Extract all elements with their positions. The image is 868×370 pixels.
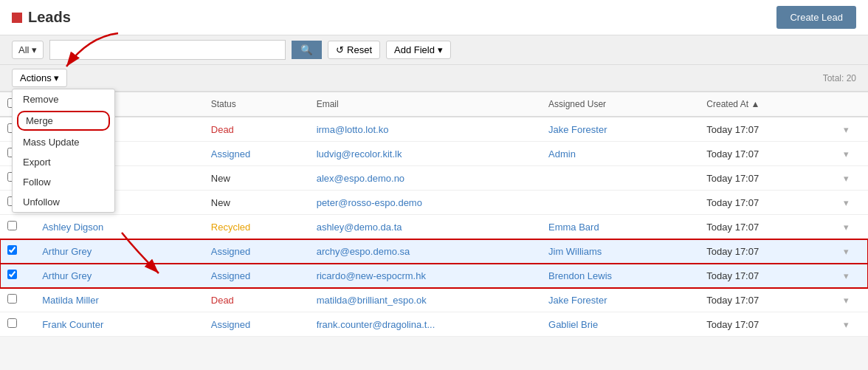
- chevron-down-icon[interactable]: ▾: [844, 148, 849, 160]
- menu-item-export[interactable]: Export: [13, 152, 114, 172]
- header-created-at[interactable]: Created At ▲: [699, 92, 836, 117]
- table-row: Ashley DigsonRecycledashley@demo.da.taEm…: [0, 215, 868, 239]
- row-user-link[interactable]: Gabliel Brie: [548, 319, 598, 330]
- row-email-link[interactable]: ashley@demo.da.ta: [317, 222, 402, 233]
- row-email-link[interactable]: ricardo@new-espocrm.hk: [317, 270, 426, 281]
- actions-dropdown-menu: Remove Merge Mass Update Export Follow U…: [12, 89, 115, 213]
- reset-button[interactable]: ↺ Reset: [328, 41, 380, 59]
- menu-item-unfollow[interactable]: Unfollow: [13, 192, 114, 212]
- status-badge: New: [211, 173, 230, 184]
- row-checkbox-cell: [0, 239, 35, 264]
- row-checkbox[interactable]: [7, 245, 17, 255]
- row-user-link[interactable]: Admin: [548, 148, 576, 160]
- row-name-link[interactable]: Ashley Digson: [42, 222, 103, 233]
- table-wrapper: Name Status Email Assigned User Created …: [0, 92, 868, 337]
- row-email: ashley@demo.da.ta: [309, 215, 541, 239]
- row-assigned-user: Emma Bard: [541, 215, 699, 239]
- header-expand: [836, 92, 868, 117]
- row-expand-cell: ▾: [836, 215, 868, 239]
- search-input[interactable]: [49, 40, 286, 60]
- chevron-down-icon[interactable]: ▾: [844, 222, 849, 233]
- row-expand-cell: ▾: [836, 239, 868, 264]
- row-status: Dead: [204, 117, 309, 142]
- chevron-down-icon[interactable]: ▾: [844, 295, 849, 306]
- row-name: Frank Counter: [35, 312, 204, 337]
- row-status: Dead: [204, 288, 309, 312]
- header-status[interactable]: Status: [204, 92, 309, 117]
- chevron-down-icon[interactable]: ▾: [844, 124, 849, 135]
- row-name-link[interactable]: Matilda Miller: [42, 295, 99, 306]
- menu-item-remove[interactable]: Remove: [13, 89, 114, 109]
- row-name-link[interactable]: Arthur Grey: [42, 246, 92, 257]
- row-checkbox[interactable]: [7, 318, 17, 328]
- row-expand-cell: ▾: [836, 264, 868, 288]
- actions-button[interactable]: Actions ▾: [12, 69, 67, 87]
- row-created-at: Today 17:07: [699, 191, 836, 215]
- row-checkbox[interactable]: [7, 294, 17, 304]
- page-title: Leads: [28, 9, 71, 26]
- leads-icon: [12, 13, 22, 23]
- chevron-down-icon[interactable]: ▾: [844, 246, 849, 257]
- row-assigned-user: [541, 191, 699, 215]
- row-checkbox-cell: [0, 288, 35, 312]
- row-user-link[interactable]: Brendon Lewis: [548, 270, 612, 281]
- row-name: Arthur Grey: [35, 264, 204, 288]
- actions-label: Actions ▾: [20, 72, 59, 83]
- menu-item-mass-update[interactable]: Mass Update: [13, 132, 114, 152]
- row-name-link[interactable]: Arthur Grey: [42, 270, 92, 281]
- add-field-button[interactable]: Add Field ▾: [386, 41, 451, 59]
- table-row: Arthur GreyAssignedricardo@new-espocrm.h…: [0, 264, 868, 288]
- table-header-row: Name Status Email Assigned User Created …: [0, 92, 868, 117]
- row-checkbox-cell: [0, 215, 35, 239]
- chevron-down-icon[interactable]: ▾: [844, 270, 849, 281]
- row-user-link[interactable]: Emma Bard: [548, 222, 599, 233]
- row-created-at: Today 17:07: [699, 288, 836, 312]
- page-title-section: Leads: [12, 9, 71, 26]
- create-lead-button[interactable]: Create Lead: [776, 6, 856, 29]
- row-expand-cell: ▾: [836, 288, 868, 312]
- row-email-link[interactable]: peter@rosso-espo.demo: [317, 197, 422, 208]
- row-email-link[interactable]: irma@lotto.lot.ko: [317, 124, 389, 135]
- row-email: ludvig@recolor.kit.lk: [309, 142, 541, 166]
- row-name-link[interactable]: Frank Counter: [42, 319, 103, 330]
- row-status: Assigned: [204, 312, 309, 337]
- menu-item-merge[interactable]: Merge: [17, 111, 110, 131]
- chevron-down-icon[interactable]: ▾: [844, 319, 849, 330]
- menu-item-follow[interactable]: Follow: [13, 172, 114, 192]
- row-email-link[interactable]: matilda@brilliant_espo.ok: [317, 295, 427, 306]
- row-email-link[interactable]: archy@espo.demo.sa: [317, 246, 410, 257]
- row-expand-cell: ▾: [836, 142, 868, 166]
- all-dropdown[interactable]: All ▾: [12, 41, 44, 59]
- row-email-link[interactable]: alex@espo.demo.no: [317, 173, 404, 184]
- chevron-down-icon[interactable]: ▾: [844, 197, 849, 208]
- row-status: Assigned: [204, 264, 309, 288]
- row-user-link[interactable]: Jake Forester: [548, 295, 607, 306]
- row-email: ricardo@new-espocrm.hk: [309, 264, 541, 288]
- row-name: Arthur Grey: [35, 239, 204, 264]
- table-row: Peter PincherNewpeter@rosso-espo.demoTod…: [0, 191, 868, 215]
- search-button[interactable]: 🔍: [292, 41, 322, 59]
- row-assigned-user: Jake Forester: [541, 288, 699, 312]
- row-expand-cell: ▾: [836, 191, 868, 215]
- row-name: Matilda Miller: [35, 288, 204, 312]
- table-row: Deadirma@lotto.lot.koJake ForesterToday …: [0, 117, 868, 142]
- row-assigned-user: Gabliel Brie: [541, 312, 699, 337]
- status-badge: Assigned: [211, 319, 250, 330]
- row-checkbox-cell: [0, 312, 35, 337]
- row-user-link[interactable]: Jake Forester: [548, 124, 607, 135]
- row-email-link[interactable]: frank.counter@dragolina.t...: [317, 319, 435, 330]
- row-expand-cell: ▾: [836, 312, 868, 337]
- row-email: frank.counter@dragolina.t...: [309, 312, 541, 337]
- row-email-link[interactable]: ludvig@recolor.kit.lk: [317, 148, 402, 160]
- row-checkbox-cell: [0, 264, 35, 288]
- row-created-at: Today 17:07: [699, 312, 836, 337]
- row-checkbox[interactable]: [7, 221, 17, 230]
- row-checkbox[interactable]: [7, 270, 17, 279]
- chevron-down-icon[interactable]: ▾: [844, 173, 849, 184]
- table-row: Frank CounterAssignedfrank.counter@drago…: [0, 312, 868, 337]
- header-email[interactable]: Email: [309, 92, 541, 117]
- row-user-link[interactable]: Jim Williams: [548, 246, 602, 257]
- header-assigned-user[interactable]: Assigned User: [541, 92, 699, 117]
- row-created-at: Today 17:07: [699, 215, 836, 239]
- row-created-at: Today 17:07: [699, 166, 836, 191]
